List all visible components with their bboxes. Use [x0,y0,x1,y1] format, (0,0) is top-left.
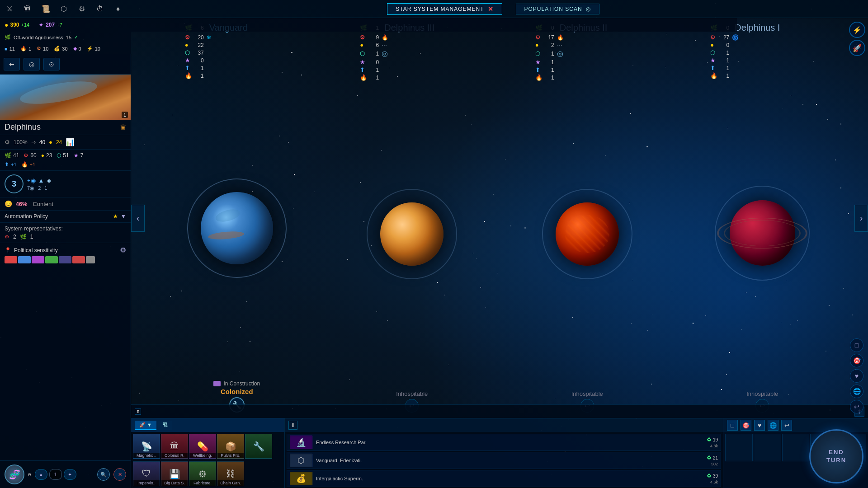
tech-btn-3[interactable]: ♥ [754,420,765,431]
delphinus2-visual[interactable] [556,81,619,387]
queue-sub1: 7◉ [27,185,34,191]
notif-text-1: Endless Research Par. [316,440,703,445]
notif-expand-btn[interactable]: ⬆ [288,421,297,430]
empire-icon[interactable]: 🏛 [23,4,33,14]
population-scan-btn[interactable]: POPULATION SCAN ◎ [516,4,599,14]
agent-avatar: 🧬 [5,465,24,484]
queue-item-chain[interactable]: ⛓ Chain Gan. [217,461,244,486]
notif-text-2: Vanguard: Edenizati. [316,458,703,463]
bottom-action-bar: ⬆ ⬆ [131,404,868,418]
sidebar-nav-btn-1[interactable]: ⬅ [4,58,20,70]
misc-btn-5[interactable]: ↩ [850,400,863,413]
happiness-section: 😊 46% Content [0,197,131,211]
notif-unit-3a: 4.6k [710,480,718,484]
data-mgmt-icon[interactable]: 📊 [66,138,75,146]
bonus-val: 24 [56,139,62,145]
notif-thumb-1: 🔬 [290,436,312,449]
notif-unit-2a: 502 [711,462,718,466]
notif-thumb-2: ⬡ [290,454,312,467]
queue-items-bottom: 🛡 Impervio.. 💾 Big Data S. ⚙ Fabricate. … [131,461,284,488]
planet-delphinus2-column: 🌿 0 Delphinus II ⚙17🔥 ●2⋯ ⬡1◎ ★1 ⬆1 🔥1 I… [531,18,644,418]
money-value: 30 [62,46,67,52]
energy-icon: ⚡ [87,46,93,52]
queue-item-colonial-label: Colonial R. [161,453,188,458]
research-icon[interactable]: 📜 [41,4,51,14]
queue-tab-2[interactable]: 🏗 [158,421,172,430]
settings-icon[interactable]: ⚙ [77,4,87,14]
delphinus3-visual[interactable] [380,81,443,387]
queue-item-impervio[interactable]: 🛡 Impervio.. [133,461,160,486]
misc-btn-3[interactable]: ♥ [850,369,863,383]
sidebar-nav-btn-2[interactable]: ◎ [24,58,40,70]
queue-item-magnetic-label: Magnetic .. [133,453,160,458]
delphinus1-visual[interactable] [730,79,795,387]
offworld-bar: 🌿 Off-world Agribusiness 15 ✓ [0,32,131,43]
pol-bar-1 [5,256,17,263]
tech-btn-2[interactable]: 🎯 [741,420,751,431]
notif-item-intergalactic[interactable]: 💰 Intergalactic Superm. ♻ 39 4.6k [287,470,721,487]
sword-icon[interactable]: ⚔ [5,4,14,14]
agent-arrow-btn[interactable]: ▲ [35,469,47,480]
queue-number: 3 [12,179,16,189]
automation-section: Automation Policy ★ ▼ [0,211,131,223]
tech-slot-2[interactable] [754,434,781,461]
sidebar: ⬅ ◎ ⊙ 1 Delphinus ♛ ⚙ 100% ⇒ 40 ● 24 📊 🌿… [0,54,131,488]
pol-bar-5 [59,256,71,263]
queue-circle[interactable]: 3 [5,174,24,193]
notif-vals-2: ♻ 21 502 [707,455,718,466]
planet-preview[interactable]: 1 [0,75,131,120]
queue-item-pulvis[interactable]: 📦 Pulvis Pro. [217,434,244,459]
queue-item-colonial[interactable]: 🏛 Colonial R. [161,434,188,459]
queue-item-extra[interactable]: 🔧 [245,434,272,459]
tech-btn-4[interactable]: 🌐 [768,420,778,431]
tech-slot-3[interactable] [782,434,810,461]
queue-item-fabricate[interactable]: ⚙ Fabricate. [189,461,216,486]
trade-icon[interactable]: ♦ [113,4,123,14]
offworld-icon: 🌿 [5,34,11,40]
queue-item-wellbeing[interactable]: 💊 Wellbeing. [189,434,216,459]
queue-item-bigdata[interactable]: 💾 Big Data S. [161,461,188,486]
planets-nav-right[interactable]: › [854,205,868,232]
queue-item-magnetic[interactable]: 📡 Magnetic .. [133,434,160,459]
tech-slot-1[interactable] [725,434,753,461]
vanguard-visual[interactable] [201,79,273,377]
automation-expand-icon[interactable]: ▼ [121,213,126,220]
agent-level-btn[interactable]: 1 [49,469,62,480]
political-btn[interactable]: ⚙ [120,246,126,254]
tech-btn-5[interactable]: ↩ [781,420,792,431]
right-btn-lightning[interactable]: ⚡ [849,22,865,38]
misc-btn-4[interactable]: 🌐 [850,385,863,398]
agent-close-btn[interactable]: ✕ [113,468,126,481]
right-btn-rocket[interactable]: 🚀 [849,40,865,56]
notif-text-3: Intergalactic Superm. [316,476,703,481]
automation-star-icon[interactable]: ★ [113,213,118,220]
expand-btn-left[interactable]: ⬆ [135,408,141,415]
tech-btn-1[interactable]: □ [727,420,738,431]
hex-icon[interactable]: ⬡ [59,4,69,14]
notif-item-vanguard-eden[interactable]: ⬡ Vanguard: Edenizati. ♻ 21 502 [287,452,721,469]
credits-resource: ● 390 +14 [5,21,29,28]
money-stat-icon: ⚙ [24,152,28,159]
queue-sub3: 1 [44,185,47,191]
end-turn-button[interactable]: END TURN [809,429,863,483]
political-sensitivity-section: 📍 Political sensitivity ⚙ [0,243,131,266]
misc-btn-1[interactable]: □ [850,338,863,352]
star-system-management-btn[interactable]: STAR SYSTEM MANAGEMENT ✕ [387,3,502,15]
notif-item-endless-research[interactable]: 🔬 Endless Research Par. ♻ 19 4.8k [287,434,721,451]
timer-icon[interactable]: ⏱ [95,4,105,14]
delphinus1-name[interactable]: Delphinus I [735,23,780,33]
queue-items-top: 📡 Magnetic .. 🏛 Colonial R. 💊 Wellbeing.… [131,432,284,461]
delphinus1-status-label: Inhospitable [746,390,778,397]
misc-btn-2[interactable]: 🎯 [850,354,863,367]
pol-bar-end[interactable] [86,256,95,263]
planets-nav-left[interactable]: ‹ [131,205,145,232]
agent-special-btn[interactable]: ✦ [64,469,76,480]
star-system-close-btn[interactable]: ✕ [488,5,494,13]
queue-item-fabricate-label: Fabricate. [189,480,216,486]
notif-vals-3: ♻ 39 4.6k [707,473,718,484]
queue-tab-1[interactable]: 🚀 ▼ [135,421,156,430]
sidebar-nav-btn-3[interactable]: ⊙ [43,58,60,70]
agent-search-btn[interactable]: 🔍 [97,468,110,481]
political-bars [5,256,126,263]
population-scan-label: POPULATION SCAN [524,6,582,12]
